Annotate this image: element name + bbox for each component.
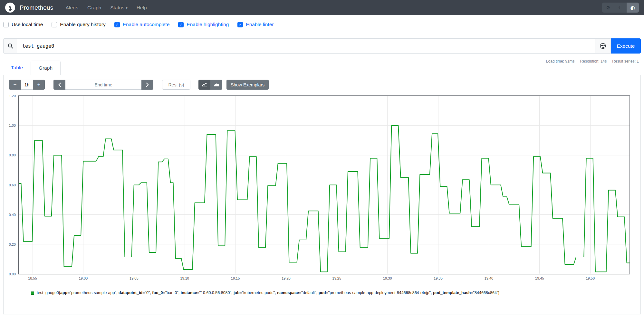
prometheus-torch-logo-icon: [5, 3, 15, 13]
query-row: Execute: [3, 38, 641, 54]
line-chart-toggle-button[interactable]: [198, 80, 210, 90]
chart-svg[interactable]: 0.000.200.400.600.801.001.2018:5519:0019…: [4, 95, 640, 289]
y-axis-label: 0.20: [9, 242, 16, 246]
x-axis-label: 19:10: [180, 276, 189, 280]
option-enable-query-history[interactable]: ✓ Enable query history: [52, 22, 105, 27]
option-enable-autocomplete[interactable]: ✓ Enable autocomplete: [114, 22, 170, 27]
show-exemplars-button[interactable]: Show Exemplars: [226, 80, 269, 90]
chevron-right-icon: [146, 83, 149, 87]
theme-toggle-group: ⚙ ☾ ◐: [602, 3, 639, 13]
option-enable-highlighting[interactable]: ✓ Enable highlighting: [178, 22, 229, 27]
checkbox[interactable]: ✓: [237, 22, 243, 27]
nav-links: Alerts Graph Status▾ Help: [62, 2, 150, 13]
range-increase-button[interactable]: +: [33, 80, 45, 90]
panel-tabbar: Table Graph: [3, 61, 641, 75]
auto-theme-contrast-icon[interactable]: ◐: [627, 3, 639, 13]
time-back-button[interactable]: [53, 80, 65, 90]
query-expression-input[interactable]: [17, 38, 595, 54]
series-color-swatch: [31, 291, 34, 295]
end-time-input[interactable]: [65, 80, 141, 90]
y-axis-label: 0.00: [9, 272, 16, 276]
chevron-left-icon: [58, 83, 61, 87]
x-axis-label: 19:15: [231, 276, 240, 280]
x-axis-label: 19:40: [485, 276, 494, 280]
range-group: − +: [9, 80, 45, 90]
endtime-group: [53, 80, 153, 90]
y-axis-label: 1.20: [9, 95, 16, 98]
range-input[interactable]: [21, 80, 33, 90]
option-use-local-time[interactable]: ✓ Use local time: [3, 22, 43, 27]
tab-graph[interactable]: Graph: [31, 61, 61, 75]
x-axis-label: 19:50: [586, 276, 595, 280]
brand-title: Prometheus: [20, 4, 53, 11]
line-chart-icon: [202, 83, 207, 87]
checkbox[interactable]: ✓: [52, 22, 57, 27]
stacked-chart-toggle-button[interactable]: [210, 80, 222, 90]
x-axis-label: 19:20: [282, 276, 291, 280]
x-axis-label: 19:25: [332, 276, 341, 280]
x-axis-label: 19:00: [79, 276, 88, 280]
nav-link-help[interactable]: Help: [133, 2, 151, 13]
x-axis-label: 19:35: [434, 276, 443, 280]
metrics-explorer-globe-icon[interactable]: [595, 38, 611, 54]
dark-theme-moon-icon[interactable]: ☾: [614, 3, 627, 13]
tab-table[interactable]: Table: [3, 61, 31, 75]
navbar: Prometheus Alerts Graph Status▾ Help ⚙ ☾…: [0, 0, 644, 15]
settings-gear-icon[interactable]: ⚙: [602, 3, 614, 13]
stacked-chart-icon: [214, 83, 219, 87]
y-axis-label: 0.60: [9, 183, 16, 187]
graph-panel: − +: [3, 75, 641, 314]
graph-controls: − +: [9, 80, 269, 90]
resolution-input[interactable]: [162, 80, 190, 90]
nav-link-alerts[interactable]: Alerts: [62, 2, 82, 13]
legend-labels: test_gauge0{app="prometheus-sample-app",…: [37, 291, 499, 295]
nav-link-status-dropdown[interactable]: Status▾: [106, 2, 131, 13]
prometheus-brand[interactable]: Prometheus: [5, 3, 53, 13]
chart-area[interactable]: 0.000.200.400.600.801.001.2018:5519:0019…: [4, 95, 640, 289]
options-row: ✓ Use local time ✓ Enable query history …: [3, 20, 644, 29]
search-icon: [3, 38, 17, 54]
x-axis-label: 18:55: [28, 276, 37, 280]
chart-type-toggle: [198, 80, 222, 90]
series-line: [18, 125, 630, 272]
y-axis-label: 0.40: [9, 213, 16, 217]
checkbox[interactable]: ✓: [114, 22, 120, 27]
chevron-down-icon: ▾: [126, 6, 128, 10]
x-axis-label: 19:45: [535, 276, 544, 280]
checkbox[interactable]: ✓: [178, 22, 184, 27]
checkbox[interactable]: ✓: [3, 22, 9, 27]
y-axis-label: 1.00: [9, 123, 16, 127]
nav-link-graph[interactable]: Graph: [83, 2, 105, 13]
x-axis-label: 19:30: [383, 276, 392, 280]
range-decrease-button[interactable]: −: [9, 80, 21, 90]
option-enable-linter[interactable]: ✓ Enable linter: [237, 22, 274, 27]
y-axis-label: 0.80: [9, 153, 16, 157]
time-forward-button[interactable]: [141, 80, 153, 90]
x-axis-label: 19:05: [130, 276, 139, 280]
execute-button[interactable]: Execute: [611, 38, 641, 54]
legend-item[interactable]: test_gauge0{app="prometheus-sample-app",…: [31, 291, 499, 295]
